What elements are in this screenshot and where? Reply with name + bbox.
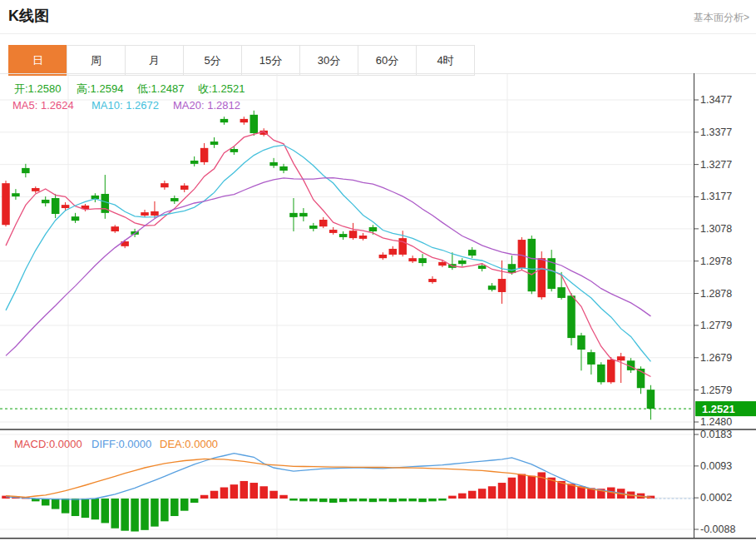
ma-legend-item: MA20: 1.2812 — [173, 99, 240, 112]
tab-month[interactable]: 月 — [125, 45, 184, 76]
candle — [170, 198, 179, 201]
macd-legend-item: MACD:0.0000 — [14, 438, 82, 450]
candle — [141, 212, 149, 216]
candle — [617, 356, 625, 360]
tab-day[interactable]: 日 — [8, 45, 67, 76]
candle — [359, 236, 368, 239]
tab-30min[interactable]: 30分 — [299, 45, 358, 76]
candle — [389, 249, 398, 255]
candle — [12, 193, 20, 196]
candle — [279, 166, 288, 171]
candle — [428, 279, 437, 282]
candle — [161, 183, 169, 187]
candle — [597, 365, 605, 382]
main-pane — [0, 111, 694, 419]
header-divider — [0, 33, 756, 34]
price-axis-label: 1.3377 — [700, 127, 732, 138]
legend-overlays: 开:1.2580高:1.2594低:1.2487收:1.2521MA5: 1.2… — [12, 82, 245, 450]
ma-legend-item: MA5: 1.2624 — [12, 99, 74, 112]
current-price-badge: 1.2521 — [695, 401, 756, 416]
candle — [269, 162, 278, 166]
candle — [418, 258, 427, 263]
price-axis-label: 1.2579 — [700, 385, 732, 396]
ohlc-legend-item: 开:1.2580 — [14, 82, 61, 95]
candle — [528, 239, 536, 291]
macd-axis-label: 0.0002 — [700, 492, 732, 504]
candle — [309, 226, 318, 229]
tab-week[interactable]: 周 — [67, 45, 126, 76]
fundamental-analysis-link[interactable]: 基本面分析> — [694, 11, 749, 25]
macd-legend-item: DIFF:0.0000 — [91, 438, 151, 450]
kline-chart[interactable]: 1.34771.33771.32771.31771.30781.29781.28… — [0, 73, 756, 541]
candle — [468, 250, 477, 256]
candle — [567, 295, 576, 338]
ma5-line — [6, 132, 650, 377]
candle — [32, 188, 40, 191]
macd-pane — [2, 454, 694, 532]
candle — [537, 258, 546, 297]
candle — [299, 213, 308, 216]
candle — [478, 266, 487, 269]
price-axis-label: 1.2679 — [700, 352, 732, 364]
price-axis-label: 1.3477 — [700, 94, 732, 106]
candle — [438, 262, 447, 266]
macd-axis-label: 0.0183 — [700, 429, 732, 440]
tab-15min[interactable]: 15分 — [241, 45, 300, 76]
candle — [111, 226, 119, 231]
candle — [151, 211, 159, 216]
candle — [42, 200, 50, 203]
candle — [587, 352, 595, 365]
candle — [379, 255, 388, 258]
timeframe-tabs: 日周月5分15分30分60分4时 — [8, 45, 475, 76]
price-axis-label: 1.3078 — [700, 223, 732, 235]
candle — [339, 234, 348, 237]
macd-axis-label: -0.0088 — [700, 524, 735, 535]
price-axis-label: 1.3177 — [700, 191, 732, 202]
svg-text:1.2521: 1.2521 — [702, 403, 735, 415]
tab-60min[interactable]: 60分 — [358, 45, 417, 76]
candle — [458, 261, 467, 264]
candle — [647, 390, 655, 409]
candle — [398, 238, 407, 255]
price-axis-label: 1.2480 — [700, 416, 732, 428]
candle — [22, 168, 30, 173]
price-axis-label: 1.2978 — [700, 256, 732, 267]
candle — [607, 360, 615, 382]
candle — [62, 205, 70, 208]
candle — [180, 186, 189, 190]
price-axis: 1.34771.33771.32771.31771.30781.29781.28… — [694, 94, 736, 535]
candle — [557, 287, 566, 298]
gridlines — [0, 73, 694, 539]
candle — [577, 335, 586, 350]
ohlc-legend-item: 高:1.2594 — [77, 82, 123, 95]
price-axis-label: 1.3277 — [700, 159, 732, 171]
candle — [230, 149, 239, 152]
macd-axis-label: 0.0093 — [700, 460, 732, 472]
tab-5min[interactable]: 5分 — [183, 45, 242, 76]
price-axis-label: 1.2779 — [700, 320, 732, 331]
candle — [190, 161, 199, 164]
candle — [369, 227, 378, 231]
candle — [518, 240, 526, 268]
ma-legend-item: MA10: 1.2672 — [91, 99, 159, 112]
page-title: K线图 — [8, 6, 49, 26]
candle — [329, 230, 338, 233]
candle — [220, 119, 229, 122]
candlesticks — [2, 111, 655, 419]
candle — [319, 220, 328, 226]
candle — [508, 264, 516, 273]
candle — [200, 148, 209, 162]
ohlc-legend-item: 收:1.2521 — [198, 82, 245, 95]
candle — [408, 258, 417, 261]
candle — [250, 115, 259, 133]
tab-4hour[interactable]: 4时 — [416, 45, 475, 76]
candle — [349, 231, 358, 238]
candle — [498, 279, 506, 292]
ohlc-legend-item: 低:1.2487 — [136, 82, 184, 95]
candle — [488, 285, 497, 290]
candle — [289, 213, 298, 217]
chart-canvas[interactable]: 1.34771.33771.32771.31771.30781.29781.28… — [0, 73, 756, 541]
candle — [72, 216, 80, 221]
candle — [52, 198, 60, 214]
candle — [2, 183, 10, 225]
